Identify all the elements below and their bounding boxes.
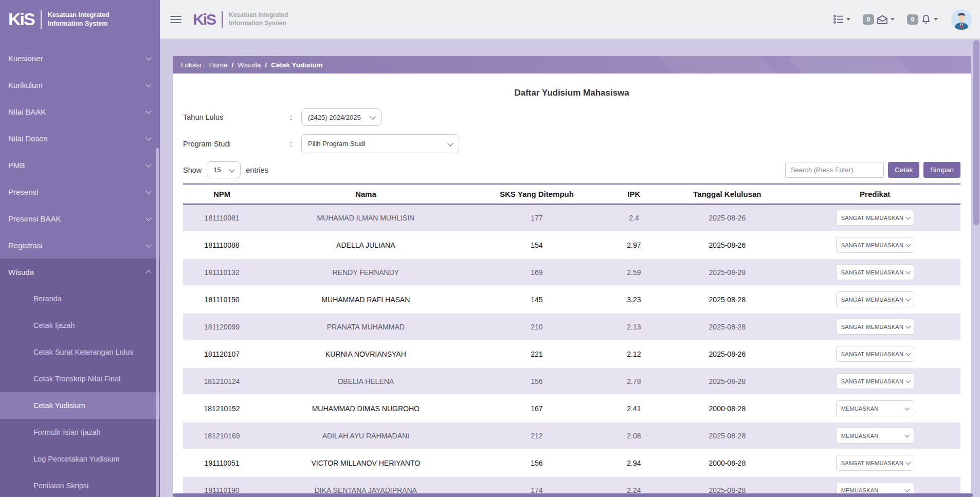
breadcrumb-wisuda-link[interactable]: Wisuda	[238, 61, 261, 69]
predikat-select[interactable]: SANGAT MEMUASKAN	[836, 210, 914, 226]
cell-npm: 181120107	[183, 340, 261, 367]
vertical-scrollbar[interactable]	[973, 40, 979, 225]
sidebar-item-presensi[interactable]: Presensi	[0, 178, 160, 205]
sidebar-submenu-wisuda: BerandaCetak IjazahCetak Surat Keteranga…	[0, 285, 160, 497]
brand-name: Kesatuan Integrated Information System	[48, 11, 110, 28]
sidebar-scrollbar[interactable]	[156, 148, 159, 497]
sidebar-item-label: PMB	[8, 161, 25, 170]
sidebar-subitem-formulir-isian-ijazah[interactable]: Formulir Isian Ijazah	[0, 419, 160, 446]
cell-sks: 156	[470, 367, 603, 395]
card-body: Daftar Yudisium Mahasiswa Tahun Lulus : …	[173, 73, 971, 497]
cell-nama: RENDY FERNANDY	[261, 259, 470, 286]
sidebar-subitem-cetak-yudisium[interactable]: Cetak Yudisium	[0, 392, 160, 419]
sidebar-subitem-beranda[interactable]: Beranda	[0, 285, 160, 312]
brand-divider	[222, 11, 223, 28]
sidebar-item-label: Presensi	[8, 188, 38, 196]
predikat-select[interactable]: SANGAT MEMUASKAN	[836, 237, 914, 253]
predikat-select[interactable]: SANGAT MEMUASKAN	[836, 346, 914, 362]
simpan-button[interactable]: Simpan	[923, 162, 960, 178]
sidebar-item-wisuda[interactable]: Wisuda	[0, 259, 160, 285]
cell-sks: 210	[470, 313, 603, 340]
sidebar-subitem-log-pencetakan-yudisium[interactable]: Log Pencetakan Yudisium	[0, 446, 160, 472]
chevron-down-icon	[146, 188, 151, 194]
predikat-select[interactable]: SANGAT MEMUASKAN	[836, 319, 914, 335]
chevron-down-icon	[906, 242, 911, 247]
cell-nama: KURNIA NOVRIANSYAH	[261, 340, 470, 367]
sidebar-item-presensi-baak[interactable]: Presensi BAAK	[0, 205, 160, 232]
chevron-down-icon	[906, 351, 911, 356]
table-row: 181210152MUHAMMAD DIMAS NUGROHO1672.4120…	[183, 395, 960, 422]
sidebar-item-pmb[interactable]: PMB	[0, 152, 160, 178]
chevron-down-icon	[146, 161, 151, 167]
entries-value: 15	[213, 166, 221, 174]
search-input[interactable]	[785, 162, 884, 178]
predikat-value: SANGAT MEMUASKAN	[841, 351, 903, 357]
predikat-select[interactable]: MEMUASKAN	[836, 428, 914, 444]
predikat-select[interactable]: SANGAT MEMUASKAN	[836, 373, 914, 389]
table-body: 181110081MUHAMAD ILMAN MUHLISIN1772.4202…	[183, 204, 960, 497]
table-row: 181120107KURNIA NOVRIANSYAH2212.122025-0…	[183, 340, 960, 367]
list-controls: Show 15 entries Cetak Simpan	[183, 161, 960, 178]
cell-npm: 181210124	[183, 367, 261, 395]
breadcrumb-prefix: Lokasi :	[181, 61, 205, 69]
sidebar-item-nilai-baak[interactable]: Nilai BAAK	[0, 98, 160, 125]
sidebar-subitem-cetak-ijazah[interactable]: Cetak Ijazah	[0, 312, 160, 339]
cell-sks: 154	[470, 231, 603, 259]
table-row: 181210124OBELIA HELENA1562.782025-08-28S…	[183, 367, 960, 395]
sidebar-item-label: Kuesioner	[8, 54, 43, 63]
sidebar-subitem-cetak-transkrip-nilai-final[interactable]: Cetak Transkrip Nilai Final	[0, 365, 160, 392]
yudisium-table: NPM Nama SKS Yang Ditempuh IPK Tanggal K…	[183, 183, 960, 497]
program-studi-value: Pilih Program Studi	[308, 140, 365, 148]
chevron-down-icon	[846, 18, 850, 21]
cetak-button[interactable]: Cetak	[888, 162, 919, 178]
column-header-nama: Nama	[261, 184, 470, 204]
sidebar-item-nilai-dosen[interactable]: Nilai Dosen	[0, 125, 160, 152]
content-card: Lokasi : Home / Wisuda / Cetak Yudisium …	[173, 56, 971, 497]
topbar-icons: 0 0	[833, 9, 972, 30]
topbar: KiS Kesatuan Integrated Information Syst…	[160, 0, 980, 39]
notifications-menu[interactable]: 0	[907, 14, 938, 25]
cell-ipk: 2.78	[603, 367, 665, 395]
cell-ipk: 2.41	[603, 395, 665, 422]
sidebar-subitem-cetak-surat-keterangan-lulus[interactable]: Cetak Surat Keterangan Lulus	[0, 339, 160, 365]
entries-select[interactable]: 15	[207, 161, 241, 178]
program-studi-select[interactable]: Pilih Program Studi	[301, 134, 459, 153]
sidebar-item-registrasi[interactable]: Registrasi	[0, 232, 160, 259]
predikat-select[interactable]: MEMUASKAN	[836, 400, 914, 416]
table-row: 181120099PRANATA MUHAMMAD2102.132025-08-…	[183, 313, 960, 340]
brand-name-line1: Kesatuan Integrated	[48, 11, 110, 19]
predikat-value: SANGAT MEMUASKAN	[841, 378, 903, 384]
task-list-menu[interactable]	[833, 15, 850, 24]
cell-predikat: MEMUASKAN	[789, 395, 960, 422]
show-label: Show	[183, 166, 202, 174]
cell-predikat: SANGAT MEMUASKAN	[789, 340, 960, 367]
predikat-select[interactable]: SANGAT MEMUASKAN	[836, 264, 914, 280]
predikat-select[interactable]: SANGAT MEMUASKAN	[836, 291, 914, 307]
user-avatar[interactable]	[951, 9, 972, 30]
predikat-value: SANGAT MEMUASKAN	[841, 242, 903, 248]
cell-sks: 145	[470, 286, 603, 313]
table-row: 181110150MUHAMMAD RAFI HASAN1453.232025-…	[183, 286, 960, 313]
colon: :	[290, 113, 301, 121]
messages-menu[interactable]: 0	[863, 14, 895, 25]
chevron-down-icon	[906, 297, 911, 302]
task-list-icon	[833, 15, 844, 24]
cell-ipk: 2.08	[603, 422, 665, 449]
sidebar-subitem-penilaian-skripsi[interactable]: Penilaian Skripsi	[0, 472, 160, 497]
cell-nama: VICTOR MILLANOV HERIYANTO	[261, 449, 470, 476]
cell-npm: 181210169	[183, 422, 261, 449]
chevron-down-icon	[146, 215, 151, 220]
cell-npm: 181110088	[183, 231, 261, 259]
sidebar-item-kuesioner[interactable]: Kuesioner	[0, 45, 160, 71]
horizontal-scrollbar[interactable]	[173, 493, 973, 497]
messages-count-badge: 0	[863, 14, 874, 25]
cell-npm: 181110150	[183, 286, 261, 313]
cell-nama: ADILAH AYU RAHMADANI	[261, 422, 470, 449]
cell-npm: 181120099	[183, 313, 261, 340]
cell-nama: MUHAMMAD RAFI HASAN	[261, 286, 470, 313]
predikat-select[interactable]: SANGAT MEMUASKAN	[836, 455, 914, 471]
hamburger-menu-icon[interactable]	[170, 16, 182, 23]
breadcrumb-home-link[interactable]: Home	[209, 61, 228, 69]
tahun-lulus-select[interactable]: (2425) 2024/2025	[301, 108, 382, 126]
sidebar-item-kurikulum[interactable]: Kurikulum	[0, 71, 160, 98]
